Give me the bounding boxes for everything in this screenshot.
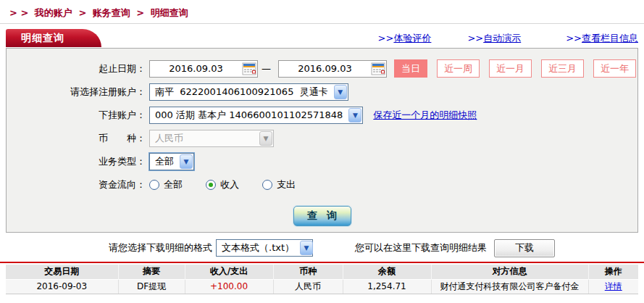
breadcrumb-item-my-account[interactable]: 我的账户 [35, 7, 72, 18]
date-from-value: 2016.09.03 [150, 63, 242, 74]
sub-account-label: 下挂账户： [7, 109, 146, 122]
breadcrumb-divider [0, 23, 644, 24]
chevron-down-icon[interactable]: ▼ [300, 241, 313, 255]
link-view-column-info[interactable]: >>查看栏目信息 [566, 32, 638, 45]
register-account-label: 请选择注册账户： [7, 86, 146, 99]
currency-row: 币 种： 人民币 ▼ [7, 129, 637, 147]
date-separator: — [262, 63, 271, 74]
breadcrumb-prefix: > > [9, 7, 28, 18]
fund-flow-label: 资金流向： [7, 178, 146, 191]
chevron-down-icon[interactable]: ▼ [348, 108, 361, 123]
col-header-date: 交易日期 [6, 265, 118, 279]
quick-range-month-button[interactable]: 近一月 [489, 59, 532, 78]
business-type-value: 全部 [150, 155, 179, 168]
table-top-divider [0, 262, 644, 263]
query-button[interactable]: 查 询 [293, 206, 351, 226]
chevron-down-icon[interactable]: ▼ [180, 154, 193, 169]
register-account-select[interactable]: 南平 6222001406100921065 灵通卡 ▼ [149, 83, 348, 101]
register-account-row: 请选择注册账户： 南平 6222001406100921065 灵通卡 ▼ [7, 83, 637, 101]
query-button-row: 查 询 [7, 206, 637, 226]
table-header-row: 交易日期 摘要 收入/支出 币种 余额 对方信息 操作 [6, 265, 638, 279]
link-prefix: >> [378, 33, 394, 43]
register-account-value: 南平 6222001406100921065 灵通卡 [150, 86, 333, 99]
link-auto-demo[interactable]: >>自动演示 [467, 32, 521, 45]
download-hint: 您可以在这里下载查询明细结果 [355, 241, 487, 254]
flow-option-all-label: 全部 [164, 178, 183, 191]
breadcrumb-separator: > [78, 7, 86, 18]
tab-detail-query: 明细查询 [6, 29, 80, 47]
flow-option-income[interactable]: 收入 [206, 178, 239, 191]
cell-currency: 人民币 [273, 279, 343, 294]
flow-option-expense[interactable]: 支出 [262, 178, 296, 191]
quick-range-3months-button[interactable]: 近三月 [541, 59, 584, 78]
chevron-down-icon: ▼ [259, 131, 272, 146]
download-format-select[interactable]: 文本格式（.txt） ▼ [216, 239, 313, 257]
radio-checked-icon[interactable] [206, 180, 216, 190]
cell-amount: +100.00 [185, 279, 273, 294]
date-range-label: 起止日期： [7, 62, 146, 75]
breadcrumb-separator: > [136, 7, 144, 18]
save-snapshot-link[interactable]: 保存近一个月的明细快照 [373, 109, 477, 122]
link-prefix: >> [566, 33, 582, 43]
cell-balance: 1,254.71 [343, 279, 431, 294]
sub-account-value: 000 活期 基本户 1406600101102571848 [150, 109, 348, 122]
fund-flow-row: 资金流向： 全部 收入 支出 [7, 175, 637, 194]
col-header-balance: 余额 [343, 265, 431, 279]
flow-option-all[interactable]: 全部 [149, 178, 183, 191]
tab-row: 明细查询 >>体验评价 >>自动演示 >>查看栏目信息 [6, 29, 638, 47]
breadcrumb: > > 我的账户 > 账务查询 > 明细查询 [0, 0, 644, 20]
date-from-input[interactable]: 2016.09.03 [149, 60, 258, 78]
link-experience-review[interactable]: >>体验评价 [378, 32, 432, 45]
col-header-action: 操作 [588, 265, 638, 279]
currency-label: 币 种： [7, 132, 146, 145]
result-table: 交易日期 摘要 收入/支出 币种 余额 对方信息 操作 2016-09-03 D… [6, 265, 638, 294]
calendar-icon[interactable] [371, 62, 385, 76]
calendar-icon[interactable] [242, 62, 256, 76]
page-title: 明细查询 [21, 32, 64, 43]
query-form-panel: 起止日期： 2016.09.03 — 2016.09.03 [6, 48, 638, 233]
cell-date: 2016-09-03 [6, 279, 118, 294]
date-to-input[interactable]: 2016.09.03 [278, 60, 387, 78]
currency-select-disabled: 人民币 ▼ [149, 130, 274, 147]
quick-range-week-button[interactable]: 近一周 [437, 59, 480, 78]
breadcrumb-item-account-query[interactable]: 账务查询 [93, 7, 130, 18]
chevron-down-icon[interactable]: ▼ [334, 85, 347, 99]
download-row: 请您选择下载明细的格式 文本格式（.txt） ▼ 您可以在这里下载查询明细结果 … [0, 238, 644, 257]
col-header-currency: 币种 [273, 265, 343, 279]
cell-counterparty: 财付通支付科技有限公司客户备付金 [431, 279, 588, 294]
col-header-counterparty: 对方信息 [431, 265, 588, 279]
download-button[interactable]: 下载 [494, 239, 555, 257]
radio-icon[interactable] [262, 180, 272, 190]
currency-value: 人民币 [150, 132, 259, 145]
business-type-row: 业务类型： 全部 ▼ [7, 152, 637, 170]
link-prefix: >> [467, 33, 483, 43]
cell-summary: DF提现 [118, 279, 185, 294]
radio-icon[interactable] [149, 180, 159, 190]
quick-range-year-button[interactable]: 近一年 [593, 59, 636, 78]
col-header-amount: 收入/支出 [185, 265, 273, 279]
business-type-label: 业务类型： [7, 155, 146, 168]
business-type-select[interactable]: 全部 ▼ [149, 153, 194, 170]
header-links: >>体验评价 >>自动演示 >>查看栏目信息 [378, 32, 638, 45]
date-range-row: 起止日期： 2016.09.03 — 2016.09.03 [7, 59, 637, 78]
sub-account-row: 下挂账户： 000 活期 基本户 1406600101102571848 ▼ 保… [7, 106, 637, 124]
quick-range-today-button[interactable]: 当日 [394, 59, 427, 78]
breadcrumb-item-detail-query[interactable]: 明细查询 [151, 7, 188, 18]
col-header-summary: 摘要 [118, 265, 185, 279]
download-format-value: 文本格式（.txt） [217, 241, 299, 254]
flow-option-income-label: 收入 [220, 178, 239, 191]
detail-link[interactable]: 详情 [605, 281, 622, 291]
flow-option-expense-label: 支出 [277, 178, 296, 191]
download-format-label: 请您选择下载明细的格式 [109, 241, 212, 254]
cell-action: 详情 [588, 279, 638, 294]
sub-account-select[interactable]: 000 活期 基本户 1406600101102571848 ▼ [149, 107, 363, 124]
table-row: 2016-09-03 DF提现 +100.00 人民币 1,254.71 财付通… [6, 279, 638, 294]
date-to-value: 2016.09.03 [279, 63, 371, 74]
